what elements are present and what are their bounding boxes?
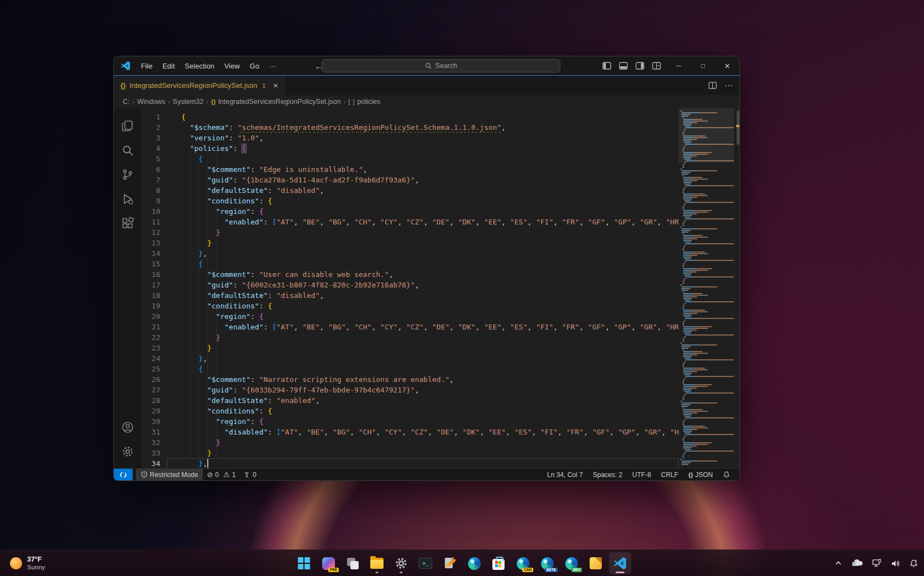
line-number: 26 bbox=[141, 374, 167, 385]
code-line: 21 "enabled": ["AT", "BE", "BG", "CH", "… bbox=[141, 322, 679, 332]
line-number: 25 bbox=[141, 364, 167, 374]
line-number: 20 bbox=[141, 311, 167, 322]
ports-indicator[interactable]: 0 bbox=[239, 469, 260, 480]
toggle-primary-sidebar-icon[interactable] bbox=[602, 61, 611, 70]
code-line: 10 "region": { bbox=[141, 206, 679, 217]
search-sidebar-icon[interactable] bbox=[116, 138, 140, 163]
indentation[interactable]: Spaces: 2 bbox=[588, 471, 627, 479]
weather-widget[interactable]: 37°F Sunny bbox=[6, 552, 50, 574]
line-number: 23 bbox=[141, 343, 167, 353]
line-number: 6 bbox=[141, 164, 167, 175]
taskbar-start-button-icon[interactable] bbox=[293, 552, 315, 574]
taskbar-settings-icon[interactable] bbox=[390, 552, 412, 574]
errors-icon: ⊘ bbox=[207, 470, 213, 479]
array-brackets-icon: [ ] bbox=[348, 98, 355, 105]
line-number: 17 bbox=[141, 280, 167, 290]
running-indicator bbox=[376, 572, 379, 573]
menu-item-view[interactable]: View bbox=[219, 60, 245, 72]
taskbar-task-view-icon[interactable] bbox=[342, 552, 364, 574]
breadcrumb-separator: › bbox=[168, 98, 170, 105]
vscode-logo-icon bbox=[120, 61, 130, 71]
notifications-bell-icon[interactable] bbox=[718, 471, 735, 478]
explorer-icon[interactable] bbox=[116, 114, 140, 138]
badge-can: CAN bbox=[522, 568, 533, 573]
breadcrumb-segment[interactable]: ›{}IntegratedServicesRegionPolicySet.jso… bbox=[203, 98, 341, 106]
tab-close-icon[interactable]: ✕ bbox=[273, 82, 279, 90]
taskbar-edge-beta-icon[interactable]: BETA bbox=[536, 552, 558, 574]
tab-problem-badge: 1 bbox=[262, 82, 266, 89]
taskbar-terminal-icon[interactable]: >_ bbox=[414, 552, 437, 574]
code-line: 4 "policies": [ bbox=[141, 143, 679, 154]
focus-assist-bell-icon[interactable]: z bbox=[909, 559, 918, 568]
code-line: 26 "$comment": "Narrator scripting exten… bbox=[141, 374, 679, 385]
breadcrumb-segment[interactable]: C: bbox=[123, 98, 130, 106]
taskbar-vscode-icon[interactable] bbox=[609, 552, 631, 574]
close-button[interactable]: ✕ bbox=[715, 56, 739, 75]
language-mode[interactable]: {} JSON bbox=[683, 471, 718, 479]
breadcrumb-segment[interactable]: ›Windows bbox=[130, 98, 165, 106]
remote-indicator[interactable] bbox=[114, 469, 133, 480]
volume-icon[interactable] bbox=[891, 559, 900, 568]
accounts-icon[interactable] bbox=[116, 415, 140, 439]
toggle-panel-icon[interactable] bbox=[619, 61, 628, 70]
line-number: 15 bbox=[141, 259, 167, 269]
toggle-secondary-sidebar-icon[interactable] bbox=[636, 61, 644, 70]
taskbar-copilot-preview-icon[interactable]: PRE bbox=[317, 552, 339, 574]
taskbar-files-app-icon[interactable] bbox=[585, 552, 607, 574]
taskbar-powertoys-icon[interactable] bbox=[439, 552, 461, 574]
code-line: 15 { bbox=[141, 259, 679, 269]
code-line: 34 }, bbox=[141, 458, 679, 468]
line-number: 13 bbox=[141, 238, 167, 248]
code-line: 16 "$comment": "User can disable web sea… bbox=[141, 269, 679, 280]
taskbar-microsoft-store-icon[interactable] bbox=[487, 552, 510, 574]
encoding[interactable]: UTF-8 bbox=[627, 471, 656, 479]
problems-indicator[interactable]: ⊘ 0 ⚠ 1 bbox=[203, 469, 239, 480]
breadcrumb-segment[interactable]: ›[ ]policies bbox=[341, 98, 381, 106]
customize-layout-icon[interactable] bbox=[652, 61, 661, 70]
tab-filename: IntegratedServicesRegionPolicySet.json bbox=[129, 81, 257, 90]
taskbar-edge-icon[interactable] bbox=[463, 552, 485, 574]
editor-region[interactable]: 1{2 "$schema": "schemas/IntegratedServic… bbox=[141, 108, 740, 468]
code-line: 18 "defaultState": "disabled", bbox=[141, 290, 679, 301]
cursor-position[interactable]: Ln 34, Col 7 bbox=[542, 471, 588, 479]
taskbar-edge-dev-icon[interactable]: DEV bbox=[560, 552, 582, 574]
menu-item-file[interactable]: File bbox=[136, 60, 158, 72]
taskbar-file-explorer-icon[interactable] bbox=[366, 552, 388, 574]
search-input[interactable]: Search bbox=[322, 59, 560, 72]
code-line: 11 "enabled": ["AT", "BE", "BG", "CH", "… bbox=[141, 217, 679, 227]
line-number: 34 bbox=[141, 458, 167, 468]
menu-item-selection[interactable]: Selection bbox=[180, 60, 219, 72]
source-control-icon[interactable] bbox=[116, 163, 140, 187]
code-area[interactable]: 1{2 "$schema": "schemas/IntegratedServic… bbox=[141, 108, 679, 468]
extensions-icon[interactable] bbox=[116, 211, 140, 235]
line-number: 1 bbox=[141, 112, 167, 122]
network-icon[interactable] bbox=[872, 559, 882, 568]
weather-condition: Sunny bbox=[27, 564, 45, 571]
line-number: 24 bbox=[141, 353, 167, 364]
onedrive-icon[interactable] bbox=[851, 559, 863, 567]
menu-item-[interactable]: ··· bbox=[264, 60, 281, 72]
line-number: 5 bbox=[141, 154, 167, 164]
menu-item-go[interactable]: Go bbox=[245, 60, 264, 72]
maximize-button[interactable]: □ bbox=[691, 56, 715, 75]
line-number: 18 bbox=[141, 290, 167, 301]
minimap-slider[interactable] bbox=[679, 108, 734, 163]
minimap[interactable] bbox=[679, 108, 734, 468]
scrollbar-thumb[interactable] bbox=[737, 111, 740, 145]
restricted-mode-badge[interactable]: Restricted Mode bbox=[136, 469, 203, 480]
menu-item-edit[interactable]: Edit bbox=[158, 60, 180, 72]
minimize-button[interactable]: ─ bbox=[666, 56, 691, 75]
breadcrumb-segment[interactable]: ›System32 bbox=[165, 98, 203, 106]
code-line: 19 "conditions": { bbox=[141, 301, 679, 311]
code-line: 33 } bbox=[141, 448, 679, 458]
tab-integratedservicesregionpolicyset[interactable]: {} IntegratedServicesRegionPolicySet.jso… bbox=[114, 76, 285, 95]
more-actions-icon[interactable]: ⋯ bbox=[725, 81, 733, 91]
tray-chevron-up-icon[interactable] bbox=[834, 559, 842, 567]
run-debug-icon[interactable] bbox=[116, 187, 140, 211]
breadcrumb: C:›Windows›System32›{}IntegratedServices… bbox=[114, 95, 739, 108]
svg-text:z: z bbox=[915, 559, 917, 562]
settings-gear-icon[interactable] bbox=[116, 439, 140, 464]
taskbar-edge-canary-icon[interactable]: CAN bbox=[512, 552, 534, 574]
split-editor-icon[interactable] bbox=[708, 81, 717, 90]
eol-sequence[interactable]: CRLF bbox=[656, 471, 683, 479]
